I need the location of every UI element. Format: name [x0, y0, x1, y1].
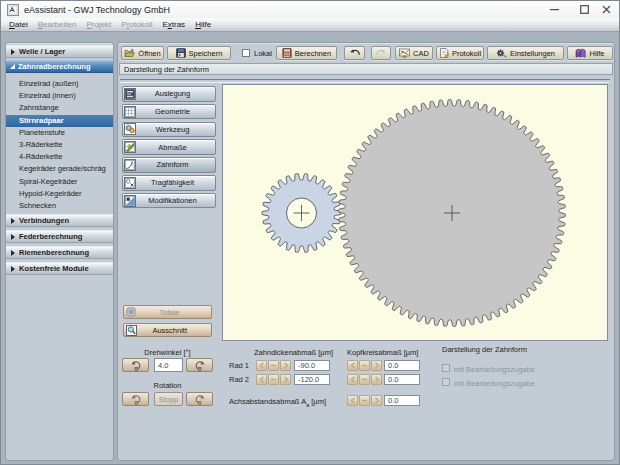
sidebar-section-riemenberechnung[interactable]: Riemenberechnung [6, 246, 113, 259]
sidebar-item-schnecken[interactable]: Schnecken [6, 200, 113, 212]
minimize-icon [550, 5, 559, 14]
undo-button[interactable] [344, 46, 365, 60]
protokoll-button[interactable]: Protokoll [436, 46, 484, 60]
undo-icon [349, 49, 361, 58]
close-button[interactable] [593, 1, 619, 18]
sidebar-section-kostenfreie-module[interactable]: Kostenfreie Module [6, 262, 113, 275]
open-button[interactable]: Öffnen [121, 46, 164, 60]
sidebar-item-einzelrad-innen[interactable]: Einzelrad (innen) [6, 90, 113, 102]
bearbeitungszugabe2-checkbox[interactable] [442, 378, 450, 386]
sidebar-item-list: Einzelrad (außen) Einzelrad (innen) Zahn… [6, 78, 113, 212]
rad1-decrease-button[interactable] [256, 360, 267, 371]
achsabstand-reset-button[interactable] [359, 395, 370, 406]
redo-button[interactable] [371, 46, 391, 60]
ausschnitt-button[interactable]: Ausschnitt [123, 323, 212, 337]
drehwinkel-label: Drehwinkel [°] [123, 348, 212, 357]
sidebar-item-hypoid-kegelraeder[interactable]: Hypoid-Kegelräder [6, 188, 113, 200]
rad2-zahndicke-input[interactable]: -120.0 [294, 374, 330, 385]
sidebar-item-planetenstufe[interactable]: Planetenstufe [6, 127, 113, 139]
menu-projekt[interactable]: Projekt [81, 20, 116, 29]
rad2-reset-button[interactable] [268, 374, 279, 385]
help-button[interactable]: Hilfe [567, 46, 613, 60]
rotate-cw-icon [194, 360, 206, 371]
sidebar-section-federberechnung[interactable]: Federberechnung [6, 230, 113, 243]
darstellung-label: Darstellung der Zahnform [442, 345, 527, 354]
rotation-ccw-button[interactable] [122, 392, 149, 406]
local-checkbox[interactable] [242, 49, 250, 57]
zahnform-button[interactable]: Zahnform [122, 157, 216, 173]
sidebar-item-zahnstange[interactable]: Zahnstange [6, 102, 113, 114]
rotate-ccw-icon [130, 394, 142, 405]
calculate-button[interactable]: Berechnen [276, 46, 337, 60]
minimize-button[interactable] [541, 1, 567, 18]
zahndicke-label: Zahndickenabmaß [µm] [251, 348, 336, 357]
sidebar-item-stirnradpaar[interactable]: Stirnradpaar [6, 115, 113, 127]
menu-bar: Datei Bearbeiten Projekt Protokoll Extra… [1, 18, 620, 32]
redo-icon [375, 49, 387, 58]
menu-bearbeiten[interactable]: Bearbeiten [33, 20, 82, 29]
rad2-decrease-button[interactable] [256, 374, 267, 385]
rad2-increase-button[interactable] [280, 374, 291, 385]
geometrie-button[interactable]: Geometrie [122, 104, 216, 120]
sidebar-section-verbindungen[interactable]: Verbindungen [6, 214, 113, 227]
menu-protokoll[interactable]: Protokoll [116, 20, 157, 29]
rotation-cw-button[interactable] [186, 392, 213, 406]
kopfkreis2-decrease-button[interactable] [347, 374, 358, 385]
rotate-cw-step-button[interactable] [186, 358, 213, 372]
main-panel: Öffnen Speichern Lokal Ber [117, 42, 615, 461]
sidebar-section-welle-lager[interactable]: Welle / Lager [6, 45, 113, 58]
open-folder-icon [124, 48, 135, 58]
rad1-zahndicke-input[interactable]: -90.0 [294, 360, 330, 371]
collapsed-arrow-icon [11, 218, 15, 224]
cad-button[interactable]: CAD [395, 46, 433, 60]
rad1-reset-button[interactable] [268, 360, 279, 371]
auslegung-button[interactable]: Auslegung [122, 86, 216, 102]
menu-extras[interactable]: Extras [157, 20, 190, 29]
tragfaehigkeit-button[interactable]: Tragfähigkeit [122, 175, 216, 191]
achsabstand-input[interactable]: 0.0 [384, 395, 420, 406]
kopfkreis1-reset-button[interactable] [359, 360, 370, 371]
rotate-ccw-step-button[interactable] [122, 358, 149, 372]
drehwinkel-input[interactable]: 4.0 [154, 358, 183, 372]
rad2-stepper [256, 374, 291, 385]
kopfkreis2-increase-button[interactable] [371, 374, 382, 385]
save-disk-icon [176, 48, 186, 58]
sidebar-item-spiral-kegelraeder[interactable]: Spiral-Kegelräder [6, 176, 113, 188]
rad1-increase-button[interactable] [280, 360, 291, 371]
abmasse-button[interactable]: Abmaße [122, 139, 216, 155]
menu-hilfe[interactable]: Hilfe [190, 20, 216, 29]
sidebar-item-3-raederkette[interactable]: 3-Räderkette [6, 139, 113, 151]
maximize-icon [580, 5, 589, 14]
save-button[interactable]: Speichern [167, 46, 231, 60]
section-title-bar: Darstellung der Zahnform [119, 63, 613, 75]
window-title: eAssistant - GWJ Technology GmbH [24, 5, 170, 15]
sidebar-item-einzelrad-aussen[interactable]: Einzelrad (außen) [6, 78, 113, 90]
kopfkreis1-increase-button[interactable] [371, 360, 382, 371]
auslegung-icon [124, 88, 136, 100]
settings-button[interactable]: Einstellungen [487, 46, 564, 60]
gear-pair-drawing [223, 85, 607, 340]
modifikationen-icon [124, 195, 136, 207]
help-book-icon [575, 48, 586, 58]
stopp-button[interactable]: Stopp [154, 392, 183, 406]
sidebar-item-4-raederkette[interactable]: 4-Räderkette [6, 151, 113, 163]
kopfkreis1-decrease-button[interactable] [347, 360, 358, 371]
kopfkreis2-reset-button[interactable] [359, 374, 370, 385]
achsabstand-increase-button[interactable] [371, 395, 382, 406]
collapsed-arrow-icon [11, 266, 15, 272]
modifikationen-button[interactable]: Modifikationen [122, 193, 216, 209]
tragfaehigkeit-icon [124, 177, 136, 189]
bearbeitungszugabe1-checkbox[interactable] [442, 364, 450, 372]
local-checkbox-label: Lokal [254, 49, 272, 58]
sidebar-item-kegelraeder[interactable]: Kegelräder gerade/schräg [6, 163, 113, 175]
kopfkreis2-input[interactable]: 0.0 [384, 374, 420, 385]
menu-datei[interactable]: Datei [4, 20, 33, 29]
sidebar-section-zahnradberechnung[interactable]: Zahnradberechnung [6, 60, 113, 73]
zahnform-canvas[interactable] [222, 84, 608, 341]
werkzeug-button[interactable]: Werkzeug [122, 122, 216, 138]
totale-button[interactable]: Totale [123, 305, 212, 319]
achsabstand-decrease-button[interactable] [347, 395, 358, 406]
separator-groove [120, 79, 610, 83]
achsabstand-stepper [347, 395, 382, 406]
kopfkreis1-input[interactable]: 0.0 [384, 360, 420, 371]
